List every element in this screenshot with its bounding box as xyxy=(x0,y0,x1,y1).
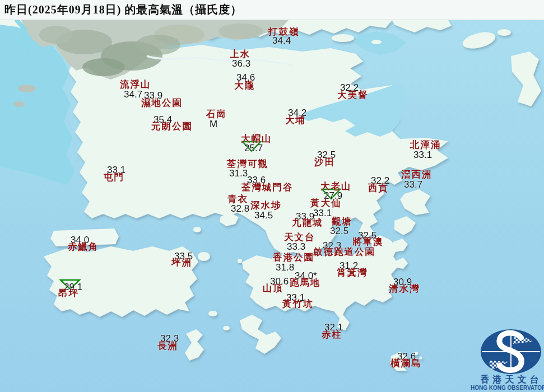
station-value-tsuen-wan-ho-koon: 31.3 xyxy=(229,169,248,178)
station-name-pak-tam-chung: 北潭涌 xyxy=(410,141,441,150)
station-value-wong-tai-sin: 33.1 xyxy=(313,208,332,218)
station-name-waglan-island: 橫瀾島 xyxy=(390,359,422,368)
station-name-hong-kong-park: 香港公園 xyxy=(273,253,314,263)
station-name-ngong-ping: 昂坪 xyxy=(58,289,79,298)
station-name-sha-tin: 沙田 xyxy=(314,158,335,167)
map-title: 昨日(2025年09月18日) 的最高氣溫（攝氏度） xyxy=(0,2,242,17)
station-name-wetland-park: 濕地公園 xyxy=(141,99,183,108)
hko-logo xyxy=(481,329,541,374)
station-value-lau-fau-shan: 34.7 xyxy=(124,90,142,99)
northeast-islet xyxy=(497,29,511,36)
map-title-bar: 昨日(2025年09月18日) 的最高氣溫（攝氏度） xyxy=(0,0,544,20)
ma-wan-island xyxy=(193,227,201,232)
station-value-ta-kwu-ling: 34.4 xyxy=(272,36,291,45)
station-value-tai-mo-shan: 25.7 xyxy=(244,143,263,153)
station-name-kwun-tong: 觀塘 xyxy=(332,217,352,227)
station-name-wong-chuk-hang: 黃竹坑 xyxy=(282,300,314,309)
station-name-peng-chau: 坪洲 xyxy=(171,258,192,268)
hei-ling-chau-island xyxy=(208,311,217,316)
station-name-chek-lap-kok: 赤鱲角 xyxy=(68,242,99,252)
station-name-kau-sai-chau: 滘西洲 xyxy=(401,170,433,180)
station-value-kwun-tong: 32.5 xyxy=(330,226,348,236)
station-value-sham-shui-po: 34.5 xyxy=(254,211,273,220)
station-name-tsuen-wan-shing-mun-valley: 荃灣城門谷 xyxy=(241,183,294,193)
hong-kong-map xyxy=(0,0,544,392)
station-name-tseung-kwan-o: 將軍澳 xyxy=(352,237,384,247)
station-name-observatory: 天文台 xyxy=(284,233,315,242)
station-value-observatory: 33.3 xyxy=(287,242,305,251)
station-name-kowloon-city: 九龍城 xyxy=(292,218,323,228)
hko-max-temperature-map: 昨日(2025年09月18日) 的最高氣溫（攝氏度） 34.4打鼓嶺36.3上水… xyxy=(0,0,544,392)
station-name-wong-tai-sin: 黃大仙 xyxy=(310,199,342,208)
station-name-shek-kong: 石崗 xyxy=(206,110,227,119)
station-name-kai-tak-runway-park: 啟德跑道公園 xyxy=(313,248,375,257)
station-value-pak-tam-chung: 33.1 xyxy=(413,150,432,160)
station-name-yuen-long-park: 元朗公園 xyxy=(151,122,193,132)
station-name-tai-mei-tuk: 大美督 xyxy=(337,91,369,100)
station-name-tai-po: 大埔 xyxy=(285,116,306,125)
station-value-tsing-yi: 32.8 xyxy=(231,204,249,213)
station-name-the-peak: 山頂 xyxy=(263,284,283,293)
station-name-clear-water-bay: 清水灣 xyxy=(389,284,420,294)
deep-bay-islet-2 xyxy=(13,101,25,107)
station-value-kau-sai-chau: 33.7 xyxy=(404,180,422,189)
station-name-sai-kung: 西貢 xyxy=(368,184,389,193)
station-name-tsing-yi: 青衣 xyxy=(227,195,248,204)
starling-inlet-island xyxy=(371,40,382,44)
hko-logo-chinese-text: 香港天文台 xyxy=(473,374,544,386)
station-name-stanley: 赤柱 xyxy=(322,330,342,340)
station-value-sheung-shui: 36.3 xyxy=(232,59,250,68)
station-name-happy-valley: 跑馬地 xyxy=(290,278,321,288)
peng-chau-island xyxy=(198,252,210,261)
station-name-ta-kwu-ling: 打鼓嶺 xyxy=(268,27,300,37)
station-name-ta-lung: 大隴 xyxy=(234,81,255,91)
station-value-hong-kong-park: 31.8 xyxy=(276,263,294,272)
harbour-islet xyxy=(238,259,242,263)
deep-bay-islet xyxy=(18,85,36,92)
hko-logo-english-text: HONG KONG OBSERVATORY xyxy=(471,385,544,391)
station-name-shau-kei-wan: 筲箕灣 xyxy=(337,268,368,278)
shek-kwu-chau-island xyxy=(223,326,230,330)
station-name-sheung-shui: 上水 xyxy=(230,50,250,59)
station-name-sham-shui-po: 深水埗 xyxy=(250,201,282,211)
station-value-shek-kong: M xyxy=(210,119,217,129)
starling-inlet-shore-island xyxy=(332,34,354,42)
station-name-lau-fau-shan: 流浮山 xyxy=(120,80,151,90)
station-name-cheung-chau: 長洲 xyxy=(157,342,178,351)
station-name-tsuen-wan-ho-koon: 荃灣可觀 xyxy=(227,160,268,169)
station-name-tuen-mun: 屯門 xyxy=(104,173,124,183)
station-name-tates-cairn: 大老山 xyxy=(320,182,352,192)
station-name-tai-mo-shan: 大帽山 xyxy=(241,134,272,144)
